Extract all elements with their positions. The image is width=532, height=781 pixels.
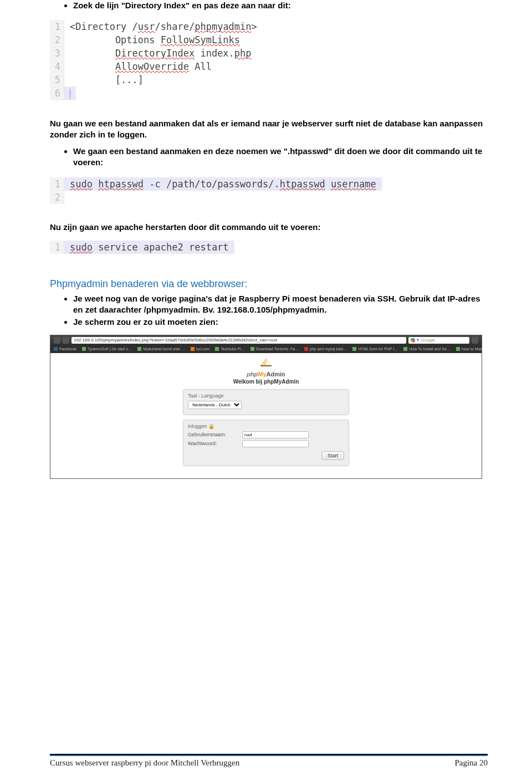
bookmark-item[interactable]: Facebook xyxy=(54,347,76,351)
bullet-group-1: Zoek de lijn "Directory Index" en pas de… xyxy=(50,0,488,11)
bookmark-label: Muteshead komt snel … xyxy=(143,347,185,351)
favicon-icon xyxy=(82,347,86,351)
password-label: Wachtwoord: xyxy=(188,441,238,446)
bullet-group-2: We gaan een bestand aanmaken en deze noe… xyxy=(50,146,488,169)
bookmark-label: TyrannoSoft | De start v… xyxy=(88,347,132,351)
heading-text: Phpmyadmin benaderen via de webbrowser: xyxy=(50,278,247,289)
bullet-item: Zoek de lijn "Directory Index" en pas de… xyxy=(73,0,488,11)
bookmark-item[interactable]: php and mysql basi… xyxy=(304,347,347,351)
search-placeholder: Google xyxy=(421,338,435,343)
code-block-1: 1<Directory /usr/share/phpmyadmin>2 Opti… xyxy=(50,20,305,100)
language-select[interactable]: Nederlands - Dutch xyxy=(188,401,242,409)
start-button[interactable]: Start xyxy=(321,451,344,460)
favicon-icon xyxy=(352,347,356,351)
favicon-icon xyxy=(250,347,254,351)
welcome-text: Welkom bij phpMyAdmin xyxy=(233,379,299,385)
favicon-icon xyxy=(54,347,58,351)
phpmyadmin-logo: phpMyAdmin xyxy=(247,371,285,377)
bookmark-label: Techtube Pi… xyxy=(221,347,245,351)
footer-right: Pagina 20 xyxy=(454,758,488,768)
favicon-icon xyxy=(137,347,141,351)
phpmyadmin-sail-icon xyxy=(260,359,272,366)
favicon-icon xyxy=(215,347,219,351)
bookmark-label: How to Make a Raspb… xyxy=(462,347,482,351)
bookmark-item[interactable]: How to Make a Raspb… xyxy=(456,347,482,351)
browser-screenshot: 192.168.0.105/phpmyadmin/index.php?token… xyxy=(50,335,482,479)
paragraph-1: Nu gaan we een bestand aanmaken dat als … xyxy=(50,118,488,141)
bullet-text: Je scherm zou er zo uit moeten zien: xyxy=(73,317,218,326)
bookmark-item[interactable]: Techtube Pi… xyxy=(215,347,245,351)
paragraph-text: Nu zijn gaan we apache herstarten door d… xyxy=(50,222,320,232)
logo-my: My xyxy=(258,371,266,377)
username-label: Gebruikersnaam: xyxy=(188,432,238,437)
footer-rule xyxy=(50,754,488,756)
favicon-icon xyxy=(403,347,407,351)
bullet-text: Je weet nog van de vorige pagina's dat j… xyxy=(73,294,480,314)
svg-rect-0 xyxy=(260,365,272,366)
bullet-item: We gaan een bestand aanmaken en deze noe… xyxy=(73,146,488,169)
bullet-group-3: Je weet nog van de vorige pagina's dat j… xyxy=(50,293,488,328)
bullet-text: We gaan een bestand aanmaken en deze noe… xyxy=(73,146,482,167)
code-block-2: 1sudo htpasswd -c /path/to/passwords/.ht… xyxy=(50,177,416,204)
bookmarks-bar: FacebookTyrannoSoft | De start v…Muteshe… xyxy=(50,345,482,353)
password-input[interactable] xyxy=(242,440,309,447)
bookmark-item[interactable]: Download Torrents. Fa… xyxy=(250,347,299,351)
footer-left: Cursus webserver raspberry pi door Mitch… xyxy=(50,758,239,768)
search-box[interactable]: ▾ Google xyxy=(408,337,469,344)
favicon-icon xyxy=(304,347,308,351)
bullet-text: Zoek de lijn "Directory Index" en pas de… xyxy=(73,1,291,10)
address-bar[interactable]: 192.168.0.105/phpmyadmin/index.php?token… xyxy=(71,337,406,344)
page-footer: Cursus webserver raspberry pi door Mitch… xyxy=(50,754,488,768)
favicon-icon xyxy=(456,347,460,351)
start-button-label: Start xyxy=(328,453,338,458)
bookmark-label: Download Torrents. Fa… xyxy=(256,347,299,351)
bookmark-label: HTML form for PHP I… xyxy=(358,347,398,351)
bookmark-item[interactable]: bol.com xyxy=(191,347,210,351)
home-icon[interactable] xyxy=(472,337,478,344)
bookmark-item[interactable]: How To Install and Se… xyxy=(403,347,451,351)
google-icon xyxy=(411,338,415,343)
language-panel: Taal - Language Nederlands - Dutch xyxy=(183,389,349,415)
page-content: phpMyAdmin Welkom bij phpMyAdmin Taal - … xyxy=(50,353,482,478)
bookmark-item[interactable]: Muteshead komt snel … xyxy=(137,347,185,351)
bookmark-label: bol.com xyxy=(196,347,210,351)
bookmark-item[interactable]: TyrannoSoft | De start v… xyxy=(82,347,132,351)
logo-admin: Admin xyxy=(267,371,285,377)
panel-title: Inloggen 🔒 xyxy=(188,423,344,429)
code-block-3: 1sudo service apache2 restart xyxy=(50,241,266,254)
paragraph-2: Nu zijn gaan we apache herstarten door d… xyxy=(50,222,488,233)
panel-title: Taal - Language xyxy=(188,393,344,399)
bullet-item: Je weet nog van de vorige pagina's dat j… xyxy=(73,293,488,316)
bookmark-label: How To Install and Se… xyxy=(409,347,451,351)
login-panel: Inloggen 🔒 Gebruikersnaam: Wachtwoord: S… xyxy=(183,420,349,466)
paragraph-text: Nu gaan we een bestand aanmaken dat als … xyxy=(50,119,483,139)
username-input[interactable] xyxy=(242,431,309,438)
url-text: 192.168.0.105/phpmyadmin/index.php?token… xyxy=(74,338,277,343)
nav-back-icon[interactable] xyxy=(54,337,60,344)
section-heading: Phpmyadmin benaderen via de webbrowser: xyxy=(50,278,488,290)
favicon-icon xyxy=(191,347,195,351)
logo-php: php xyxy=(247,371,258,377)
bookmark-label: php and mysql basi… xyxy=(310,347,347,351)
nav-forward-icon[interactable] xyxy=(63,337,69,344)
bookmark-label: Facebook xyxy=(59,347,76,351)
bullet-item: Je scherm zou er zo uit moeten zien: xyxy=(73,317,488,328)
bookmark-item[interactable]: HTML form for PHP I… xyxy=(352,347,398,351)
browser-toolbar: 192.168.0.105/phpmyadmin/index.php?token… xyxy=(50,335,482,345)
